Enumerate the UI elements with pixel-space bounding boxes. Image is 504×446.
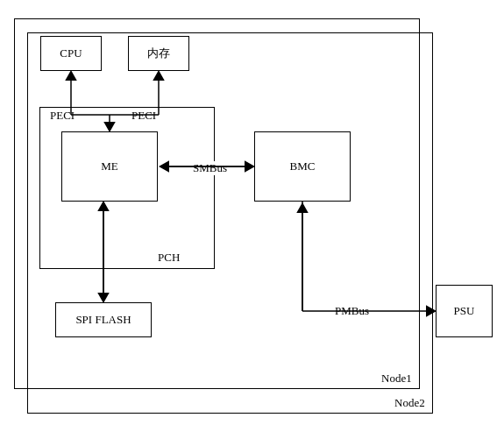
bmc-label: BMC <box>290 159 316 173</box>
smbus-label: SMBus <box>191 161 229 175</box>
cpu-label: CPU <box>60 46 82 60</box>
spi-flash-block: SPI FLASH <box>55 302 152 337</box>
spi-flash-label: SPI FLASH <box>75 313 131 327</box>
me-block: ME <box>61 131 158 202</box>
peci-label-1: PECI <box>48 109 76 123</box>
cpu-block: CPU <box>40 36 102 71</box>
pmbus-label: PMBus <box>333 304 371 318</box>
node1-label: Node1 <box>380 372 414 386</box>
me-label: ME <box>101 159 118 173</box>
memory-label: 内存 <box>147 46 170 61</box>
bmc-block: BMC <box>254 131 351 202</box>
psu-block: PSU <box>436 285 493 337</box>
node2-label: Node2 <box>393 396 427 410</box>
pch-label: PCH <box>156 251 181 265</box>
psu-label: PSU <box>454 304 475 318</box>
peci-label-2: PECI <box>130 109 158 123</box>
memory-block: 内存 <box>128 36 189 71</box>
